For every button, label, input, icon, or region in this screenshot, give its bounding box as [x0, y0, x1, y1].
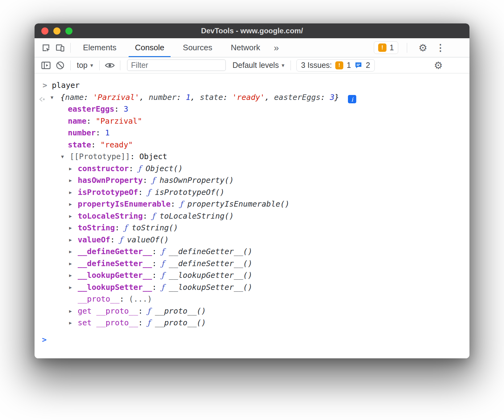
expand-toggle-icon[interactable]: ▶	[69, 163, 72, 175]
prototype-property-row[interactable]: ▶ __lookupSetter__: ƒ __lookupSetter__()	[35, 282, 469, 294]
tab-label: Console	[135, 43, 164, 52]
sidebar-panel-icon	[41, 61, 51, 70]
separator	[407, 43, 407, 53]
expand-toggle-icon[interactable]: ▶	[69, 270, 72, 282]
issues-label: 3 Issues:	[301, 61, 332, 70]
prototype-property-row[interactable]: ▶ __defineSetter__: ƒ __defineSetter__()	[35, 258, 469, 270]
issues-message-count: 2	[366, 61, 370, 70]
warning-mark: !	[382, 44, 383, 51]
console-prompt-icon: >	[42, 334, 47, 346]
expand-toggle-icon[interactable]: ▶	[69, 210, 72, 222]
console-output[interactable]: > player ▼ {name: 'Parzival', number: 1,…	[35, 73, 469, 358]
separator	[99, 60, 100, 70]
console-toolbar-right: ⚙	[431, 58, 465, 72]
console-errors-button[interactable]: ! 1	[374, 41, 398, 54]
separator	[120, 60, 120, 70]
tab-network[interactable]: Network	[221, 38, 269, 57]
console-input-row[interactable]: >	[35, 334, 469, 346]
console-sidebar-toggle-button[interactable]	[39, 58, 53, 72]
clear-console-button[interactable]	[53, 58, 67, 72]
console-settings-gear-icon[interactable]: ⚙	[431, 58, 445, 72]
prototype-property-row[interactable]: ▶ hasOwnProperty: ƒ hasOwnProperty()	[35, 175, 469, 187]
chevron-down-icon: ▾	[282, 62, 284, 69]
tabbar-right-controls: ! 1 ⚙ ⋮	[374, 41, 469, 55]
command-prompt-icon: >	[43, 80, 47, 92]
warning-mark: !	[338, 62, 340, 68]
prototype-property-row[interactable]: ▶ propertyIsEnumerable: ƒ propertyIsEnum…	[35, 198, 469, 210]
zoom-window-button[interactable]	[65, 27, 72, 35]
tab-elements[interactable]: Elements	[74, 38, 126, 57]
minimize-window-button[interactable]	[53, 27, 60, 35]
property-row[interactable]: name: "Parzival"	[35, 115, 469, 127]
console-toolbar: top ▾ Default levels ▾ 3 Issues: ! 1	[35, 57, 469, 73]
prototype-property-row[interactable]: ▶ toString: ƒ toString()	[35, 222, 469, 234]
filter-input[interactable]	[127, 60, 226, 71]
devtools-tabbar: Elements Console Sources Network » ! 1 ⚙…	[35, 38, 469, 57]
window-title: DevTools - www.google.com/	[201, 27, 303, 35]
live-expression-button[interactable]	[103, 58, 117, 72]
settings-gear-icon[interactable]: ⚙	[416, 41, 430, 55]
context-selector-label: top	[77, 61, 88, 70]
log-levels-label: Default levels	[233, 61, 279, 70]
separator	[70, 60, 71, 70]
object-preview: {name: 'Parzival', number: 1, state: 're…	[60, 93, 339, 102]
expand-toggle-icon[interactable]: ▶	[69, 282, 72, 294]
message-bubble-icon	[354, 62, 362, 69]
info-icon[interactable]: i	[348, 95, 356, 103]
expand-toggle-icon[interactable]: ▶	[69, 234, 72, 246]
property-row[interactable]: easterEggs: 3	[35, 103, 469, 115]
tab-console[interactable]: Console	[126, 38, 173, 57]
prototype-row[interactable]: ▼ [[Prototype]]: Object	[35, 151, 469, 163]
expand-toggle-icon[interactable]: ▶	[69, 317, 72, 329]
prototype-property-row[interactable]: ▶ valueOf: ƒ valueOf()	[35, 234, 469, 246]
device-toolbar-button[interactable]	[53, 41, 67, 55]
separator	[291, 60, 291, 70]
prototype-property-row[interactable]: ▶ __lookupGetter__: ƒ __lookupGetter__()	[35, 270, 469, 282]
issues-error-count: 1	[347, 61, 351, 70]
prototype-property-row[interactable]: ▶ get __proto__: ƒ __proto__()	[35, 305, 469, 317]
collapse-toggle-icon[interactable]: ▼	[51, 92, 53, 104]
issues-button[interactable]: 3 Issues: ! 1 2	[296, 59, 375, 72]
issues-error-icon: !	[335, 61, 343, 69]
expand-toggle-icon[interactable]: ▶	[69, 198, 72, 210]
console-result-row[interactable]: ▼ {name: 'Parzival', number: 1, state: '…	[35, 92, 469, 104]
command-text: player	[52, 81, 80, 90]
prototype-property-row[interactable]: ▶ constructor: ƒ Object()	[35, 163, 469, 175]
inspect-element-button[interactable]	[39, 41, 53, 55]
expand-toggle-icon[interactable]: ▶	[69, 305, 72, 317]
expand-toggle-icon[interactable]: ▶	[69, 187, 72, 199]
error-warning-icon: !	[378, 43, 386, 52]
prototype-property-row[interactable]: ▶ set __proto__: ƒ __proto__()	[35, 317, 469, 329]
more-options-kebab-icon[interactable]: ⋮	[436, 41, 445, 55]
inspect-cursor-icon	[41, 43, 51, 53]
tab-label: Sources	[183, 43, 212, 52]
tab-sources[interactable]: Sources	[174, 38, 221, 57]
devtools-window: DevTools - www.google.com/ Elements Cons…	[35, 23, 469, 358]
context-selector-dropdown[interactable]: top ▾	[74, 61, 96, 70]
property-row[interactable]: state: "ready"	[35, 139, 469, 151]
expand-toggle-icon[interactable]: ▶	[69, 222, 72, 234]
tab-label: Network	[231, 43, 260, 52]
prototype-property-row[interactable]: ▶ isPrototypeOf: ƒ isPrototypeOf()	[35, 187, 469, 199]
expand-toggle-icon[interactable]: ▶	[69, 246, 72, 258]
expand-toggle-icon[interactable]: ▶	[69, 175, 72, 187]
tab-label: Elements	[83, 43, 116, 52]
prototype-property-row[interactable]: ▶ toLocaleString: ƒ toLocaleString()	[35, 210, 469, 222]
property-row[interactable]: number: 1	[35, 127, 469, 139]
window-controls	[41, 27, 72, 35]
collapse-toggle-icon[interactable]: ▼	[61, 151, 64, 163]
console-command-row: > player	[35, 80, 469, 92]
close-window-button[interactable]	[41, 27, 48, 35]
expand-toggle-icon[interactable]: ▶	[69, 258, 72, 270]
prototype-property-row[interactable]: ▶ __defineGetter__: ƒ __defineGetter__()	[35, 246, 469, 258]
log-levels-dropdown[interactable]: Default levels ▾	[229, 61, 287, 70]
more-tabs-button[interactable]: »	[270, 43, 283, 53]
window-titlebar[interactable]: DevTools - www.google.com/	[35, 23, 469, 38]
device-toolbar-icon	[55, 43, 65, 53]
prototype-property-row[interactable]: __proto__: (...)	[35, 293, 469, 305]
chevron-down-icon: ▾	[90, 62, 93, 69]
invoke-getter[interactable]: (...)	[129, 294, 152, 303]
clear-circle-slash-icon	[56, 61, 65, 70]
error-count: 1	[390, 43, 394, 52]
eye-icon	[105, 61, 115, 69]
